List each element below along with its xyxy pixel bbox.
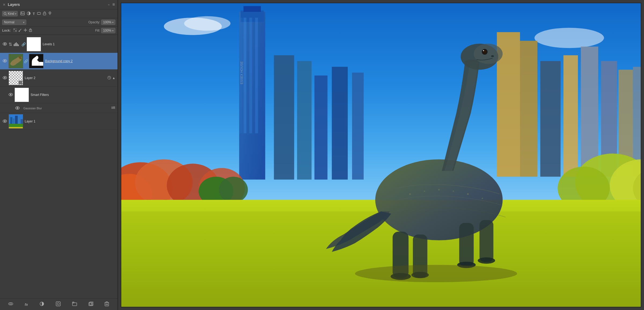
- lock-transparent-icon[interactable]: [13, 28, 17, 33]
- svg-rect-91: [564, 55, 578, 177]
- svg-rect-90: [540, 61, 561, 177]
- layer-item-levels1[interactable]: ⇅ 🔗 Levels 1: [0, 36, 118, 53]
- layer2-expand-arrow[interactable]: ▲: [112, 76, 115, 80]
- lock-image-icon[interactable]: [19, 28, 22, 33]
- layer-name-bg-copy2: Background copy 2: [45, 59, 115, 63]
- search-icon: [3, 12, 7, 16]
- layer-visibility-bg-copy2[interactable]: [2, 59, 8, 63]
- svg-rect-54: [18, 118, 20, 124]
- layer-item-layer1[interactable]: Layer 1: [0, 113, 118, 130]
- layer-visibility-layer2[interactable]: [2, 76, 8, 80]
- svg-point-30: [4, 60, 6, 62]
- panel-header: ✕ Layers « ≡: [0, 0, 118, 9]
- svg-point-133: [355, 265, 517, 282]
- layer-thumb-layer1: [9, 114, 23, 129]
- panel-toolbar: fx: [0, 298, 118, 310]
- fx-button[interactable]: fx: [24, 302, 29, 307]
- gaussian-blur-label: Gaussian Blur: [23, 107, 42, 110]
- layer-item-layer2[interactable]: Layer 2 ▲: [0, 70, 118, 87]
- kind-chevron: [15, 12, 16, 15]
- svg-rect-49: [9, 124, 23, 127]
- add-group-button[interactable]: [71, 301, 78, 308]
- layer-visibility-layer1[interactable]: [2, 119, 8, 124]
- fill-value[interactable]: 100% ▾: [101, 28, 115, 33]
- svg-point-131: [467, 193, 469, 195]
- layer-item-background-copy2[interactable]: 🔗 Background copy 2: [0, 53, 118, 70]
- lock-icons: [13, 28, 32, 33]
- svg-rect-2: [21, 12, 24, 15]
- svg-rect-10: [13, 28, 15, 30]
- kind-filter-select[interactable]: Kind: [2, 11, 18, 16]
- collapse-icon[interactable]: «: [108, 3, 110, 6]
- opacity-control: Opacity: 100% ▾: [88, 20, 115, 25]
- svg-rect-60: [72, 302, 74, 303]
- svg-rect-28: [18, 44, 19, 46]
- filter-pin-icon[interactable]: [48, 12, 52, 16]
- svg-point-13: [19, 31, 20, 32]
- svg-point-47: [4, 121, 6, 122]
- layer-item-smart-filters[interactable]: Smart Filters: [0, 87, 118, 103]
- opacity-value[interactable]: 100% ▾: [101, 20, 115, 25]
- close-icon[interactable]: ✕: [3, 3, 6, 7]
- lock-row: Lock: Fill: 100% ▾: [0, 27, 118, 35]
- filter-image-icon[interactable]: [20, 12, 25, 16]
- layer-mask-bg-copy2: [29, 54, 43, 68]
- levels-adjustment-icon: ⇅: [9, 42, 12, 47]
- layer-thumb-layer2: [9, 71, 23, 85]
- svg-point-130: [453, 191, 454, 192]
- layer-thumb-smart-filters: [14, 88, 29, 102]
- layer-visibility-smart-filters[interactable]: [8, 93, 13, 97]
- svg-point-21: [30, 31, 31, 31]
- delete-layer-button[interactable]: [104, 301, 110, 308]
- svg-marker-19: [26, 30, 27, 31]
- blend-mode-select[interactable]: Normal ▾: [2, 20, 26, 25]
- svg-point-127: [409, 193, 411, 195]
- filter-icons: T: [20, 12, 52, 16]
- fill-control: Fill: 100% ▾: [95, 28, 115, 33]
- svg-text:ESSEX HOUSE: ESSEX HOUSE: [240, 61, 244, 84]
- composite-scene: ESSEX HOUSE: [121, 3, 641, 307]
- layer-visibility-gaussian-blur[interactable]: [15, 106, 20, 110]
- svg-rect-84: [297, 61, 312, 180]
- svg-rect-53: [15, 116, 18, 124]
- fill-chevron: ▾: [112, 29, 114, 32]
- svg-point-8: [49, 12, 50, 13]
- svg-point-125: [483, 50, 484, 51]
- panel-menu-icon[interactable]: ≡: [112, 2, 115, 7]
- svg-rect-87: [352, 73, 364, 180]
- svg-point-132: [482, 198, 483, 199]
- svg-rect-25: [15, 43, 16, 46]
- canvas-image: ESSEX HOUSE: [121, 3, 641, 307]
- svg-point-37: [108, 76, 111, 79]
- opacity-chevron: ▾: [112, 21, 114, 24]
- svg-point-73: [184, 16, 230, 31]
- svg-rect-118: [480, 220, 493, 262]
- svg-rect-52: [13, 118, 14, 124]
- add-adjustment-button[interactable]: [38, 301, 45, 308]
- kind-label: Kind: [8, 12, 14, 16]
- new-layer-button[interactable]: [87, 301, 94, 308]
- filter-row: Kind T: [0, 9, 118, 18]
- link-layers-button[interactable]: [7, 301, 14, 308]
- chain-icon-levels1: 🔗: [21, 42, 26, 46]
- lock-position-icon[interactable]: [24, 28, 27, 33]
- filter-text-icon[interactable]: T: [33, 12, 35, 16]
- layer-name-levels1: Levels 1: [43, 42, 115, 46]
- lock-artboard-icon[interactable]: [29, 28, 32, 33]
- filter-shape-icon[interactable]: [37, 12, 41, 16]
- panel-title: Layers: [8, 2, 20, 7]
- svg-point-74: [535, 28, 604, 48]
- svg-rect-27: [17, 43, 18, 46]
- svg-rect-117: [459, 223, 474, 266]
- layer-item-gaussian-blur[interactable]: Gaussian Blur: [0, 103, 118, 113]
- layer-visibility-levels1[interactable]: [2, 42, 8, 46]
- filter-adjustment-icon[interactable]: [27, 12, 31, 16]
- svg-point-41: [17, 107, 18, 109]
- filter-lock-icon[interactable]: [43, 12, 46, 16]
- svg-rect-79: [249, 18, 252, 133]
- gaussian-blur-options: [111, 106, 115, 110]
- svg-rect-50: [9, 127, 23, 129]
- add-mask-button[interactable]: [55, 301, 62, 308]
- blend-mode-label: Normal: [4, 20, 14, 24]
- blend-row: Normal ▾ Opacity: 100% ▾: [0, 18, 118, 27]
